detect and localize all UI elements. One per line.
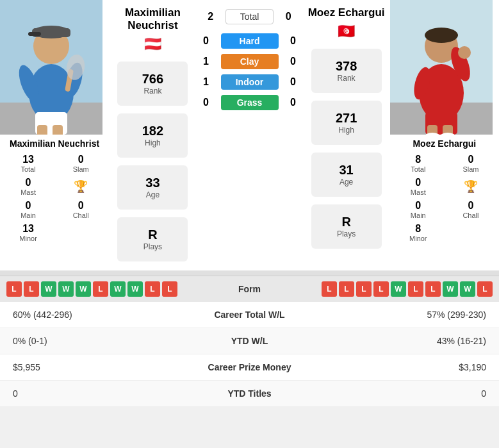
left-chall-label: Chall (58, 212, 104, 219)
svg-point-18 (425, 28, 458, 43)
form-badge-w: W (460, 281, 475, 297)
indoor-row: 1 Indoor 0 (197, 74, 303, 90)
right-age-val: 31 (324, 163, 369, 178)
prize-money-left: $5,955 (13, 362, 141, 372)
form-badge-l: L (477, 281, 493, 297)
right-main-name: Moez Echargui (308, 6, 385, 19)
left-player-photo (0, 0, 102, 135)
center-surfaces: 2 Total 0 0 Hard 0 1 Clay 0 1 Indoor 0 0 (197, 0, 303, 265)
players-section: Maximilian Neuchrist 13 Total 0 Slam 0 M… (0, 0, 499, 270)
left-rank-val: 766 (130, 72, 175, 87)
left-player-info: Maximilian Neuchrist 13 Total 0 Slam 0 M… (0, 135, 109, 246)
total-badge: Total (225, 9, 274, 24)
career-wl-label: Career Total W/L (141, 310, 358, 320)
right-plays-label: Plays (324, 229, 369, 238)
left-total-value: 13 (5, 154, 51, 165)
left-total-score: 2 (201, 11, 220, 22)
form-badge-w: W (391, 281, 406, 297)
form-badge-w: W (443, 281, 458, 297)
right-chall-stat: 0 Chall (448, 200, 494, 219)
ytd-wl-label: YTD W/L (141, 336, 358, 346)
left-age-label: Age (130, 190, 175, 199)
form-label: Form (238, 284, 261, 294)
clay-button[interactable]: Clay (221, 54, 279, 69)
svg-rect-6 (28, 32, 41, 36)
right-indoor-score: 0 (284, 76, 303, 88)
right-flag: 🇹🇳 (338, 23, 355, 40)
center-right-stats: Moez Echargui 🇹🇳 378 Rank 271 High 31 Ag… (303, 0, 390, 265)
left-high-label: High (130, 138, 175, 147)
center-left-stats: Maximilian Neuchrist 🇦🇹 766 Rank 182 Hig… (109, 0, 196, 265)
left-age-val: 33 (130, 176, 175, 190)
right-rank-box: 378 Rank (311, 49, 382, 93)
left-grass-score: 0 (197, 97, 216, 108)
left-main-label: Main (5, 212, 51, 219)
svg-rect-13 (53, 125, 63, 135)
left-total-stat: 13 Total (5, 154, 51, 173)
form-badge-l: L (6, 281, 22, 297)
right-total-label: Total (395, 165, 441, 173)
left-rank-box: 766 Rank (117, 62, 188, 106)
left-high-val: 182 (130, 124, 175, 138)
right-rank-label: Rank (324, 74, 369, 83)
right-slam-value: 0 (448, 154, 494, 165)
form-badge-w: W (41, 281, 56, 297)
left-chall-value: 0 (58, 200, 104, 212)
form-badge-l: L (322, 281, 337, 297)
career-wl-right: 57% (299-230) (358, 310, 486, 320)
right-player-name: Moez Echargui (395, 138, 494, 149)
form-badge-l: L (162, 281, 177, 297)
ytd-titles-right: 0 (358, 388, 486, 399)
left-main-stat: 0 Main (5, 200, 51, 219)
form-badge-l: L (339, 281, 354, 297)
right-trophy: 🏆 (448, 177, 494, 196)
ytd-titles-label: YTD Titles (141, 388, 358, 399)
left-clay-score: 1 (197, 56, 216, 67)
career-wl-row: 60% (442-296) Career Total W/L 57% (299-… (0, 302, 499, 328)
right-player-block: Moez Echargui 8 Total 0 Slam 0 Mast (390, 0, 499, 265)
career-wl-left: 60% (442-296) (13, 310, 141, 320)
form-badge-l: L (373, 281, 389, 297)
left-hard-score: 0 (197, 35, 216, 47)
right-player-info: Moez Echargui 8 Total 0 Slam 0 Mast (390, 135, 499, 246)
left-total-label: Total (5, 165, 51, 173)
left-mast-value: 0 (5, 177, 51, 188)
form-badge-w: W (127, 281, 143, 297)
prize-money-label: Career Prize Money (141, 362, 358, 372)
left-flag: 🇦🇹 (144, 36, 161, 53)
right-minor-value: 8 (395, 223, 441, 235)
grass-button[interactable]: Grass (221, 95, 279, 110)
right-plays-box: R Plays (311, 204, 382, 249)
form-badge-w: W (110, 281, 126, 297)
right-player-photo (390, 0, 493, 135)
prize-money-row: $5,955 Career Prize Money $3,190 (0, 354, 499, 381)
right-total-value: 8 (395, 154, 441, 165)
indoor-button[interactable]: Indoor (221, 74, 279, 90)
right-total-stat: 8 Total (395, 154, 441, 173)
hard-button[interactable]: Hard (221, 33, 279, 49)
svg-rect-12 (37, 125, 47, 135)
ytd-wl-right: 43% (16-21) (358, 336, 486, 346)
form-badge-w: W (58, 281, 74, 297)
right-age-label: Age (324, 178, 369, 187)
ytd-titles-row: 0 YTD Titles 0 (0, 381, 499, 407)
left-indoor-score: 1 (197, 76, 216, 88)
left-main-name: Maximilian Neuchrist (109, 6, 196, 32)
left-form-badges: LLWWWLWWLL (6, 281, 177, 297)
form-badge-l: L (356, 281, 372, 297)
left-player-block: Maximilian Neuchrist 13 Total 0 Slam 0 M… (0, 0, 109, 265)
left-mast-stat: 0 Mast (5, 177, 51, 196)
form-badge-l: L (425, 281, 441, 297)
left-player-stats: 13 Total 0 Slam 0 Mast 🏆 0 (5, 154, 104, 242)
right-high-box: 271 High (311, 101, 382, 145)
left-plays-val: R (130, 228, 175, 242)
left-player-name: Maximilian Neuchrist (5, 138, 104, 149)
right-main-value: 0 (395, 200, 441, 212)
left-minor-stat: 13 Minor (5, 223, 51, 242)
section-divider (0, 270, 499, 276)
svg-point-20 (458, 46, 471, 59)
left-minor-label: Minor (5, 235, 51, 242)
form-badge-l: L (93, 281, 108, 297)
right-slam-stat: 0 Slam (448, 154, 494, 173)
left-minor-value: 13 (5, 223, 51, 235)
